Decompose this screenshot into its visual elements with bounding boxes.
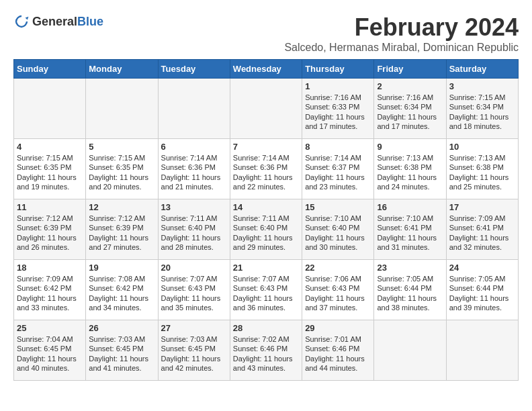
header-day: Monday: [86, 60, 158, 79]
day-number: 2: [377, 81, 443, 91]
day-info: Sunset: 6:36 PM: [161, 163, 227, 172]
day-info: Daylight: 11 hours and 27 minutes.: [89, 233, 154, 253]
header-day: Friday: [374, 60, 446, 79]
day-number: 14: [233, 202, 299, 212]
day-info: Sunrise: 7:01 AM: [305, 334, 371, 344]
day-info: Sunset: 6:45 PM: [17, 344, 83, 353]
day-info: Sunrise: 7:15 AM: [449, 93, 515, 102]
day-number: 6: [161, 142, 227, 152]
day-info: Daylight: 11 hours and 31 minutes.: [377, 233, 443, 253]
day-info: Sunset: 6:42 PM: [17, 283, 83, 293]
location-title: Salcedo, Hermanas Mirabal, Dominican Rep…: [284, 42, 519, 54]
day-info: Sunset: 6:41 PM: [377, 223, 443, 232]
day-number: 25: [17, 323, 83, 333]
day-info: Daylight: 11 hours and 22 minutes.: [233, 173, 299, 192]
day-number: 29: [305, 323, 371, 333]
day-info: Sunset: 6:44 PM: [377, 283, 443, 293]
day-number: 26: [89, 323, 154, 333]
calendar-cell: 28Sunrise: 7:02 AMSunset: 6:46 PMDayligh…: [230, 320, 302, 381]
day-info: Sunset: 6:40 PM: [305, 223, 371, 232]
calendar-cell: 22Sunrise: 7:06 AMSunset: 6:43 PMDayligh…: [302, 260, 374, 320]
calendar-cell: 5Sunrise: 7:15 AMSunset: 6:35 PMDaylight…: [86, 139, 158, 199]
day-info: Sunrise: 7:06 AM: [305, 274, 371, 283]
day-info: Sunrise: 7:13 AM: [449, 153, 515, 163]
day-info: Daylight: 11 hours and 41 minutes.: [89, 354, 154, 373]
day-info: Sunrise: 7:04 AM: [17, 334, 83, 344]
day-info: Daylight: 11 hours and 23 minutes.: [305, 173, 371, 192]
calendar-cell: 23Sunrise: 7:05 AMSunset: 6:44 PMDayligh…: [374, 260, 446, 320]
calendar-cell: 8Sunrise: 7:14 AMSunset: 6:37 PMDaylight…: [302, 139, 374, 199]
day-number: 4: [17, 142, 83, 152]
calendar-cell: 11Sunrise: 7:12 AMSunset: 6:39 PMDayligh…: [14, 199, 86, 260]
day-info: Daylight: 11 hours and 42 minutes.: [161, 354, 227, 373]
day-number: 27: [161, 323, 227, 333]
day-info: Sunrise: 7:05 AM: [377, 274, 443, 283]
day-info: Sunset: 6:43 PM: [233, 283, 299, 293]
day-info: Sunrise: 7:08 AM: [89, 274, 154, 283]
day-info: Sunset: 6:33 PM: [305, 102, 371, 111]
calendar-cell: 16Sunrise: 7:10 AMSunset: 6:41 PMDayligh…: [374, 199, 446, 260]
day-info: Daylight: 11 hours and 25 minutes.: [449, 173, 515, 192]
day-info: Daylight: 11 hours and 34 minutes.: [89, 293, 154, 313]
day-number: 8: [305, 142, 371, 152]
day-number: 20: [161, 263, 227, 273]
calendar-cell: 27Sunrise: 7:03 AMSunset: 6:45 PMDayligh…: [158, 320, 230, 381]
calendar-cell: 4Sunrise: 7:15 AMSunset: 6:35 PMDaylight…: [14, 139, 86, 199]
day-number: 11: [17, 202, 83, 212]
day-info: Sunrise: 7:12 AM: [89, 214, 154, 223]
day-info: Sunrise: 7:10 AM: [305, 214, 371, 223]
day-info: Sunset: 6:34 PM: [377, 102, 443, 111]
day-info: Sunrise: 7:14 AM: [233, 153, 299, 163]
title-area: February 2024 Salcedo, Hermanas Mirabal,…: [284, 13, 519, 54]
calendar-cell: [446, 320, 518, 381]
header-row: SundayMondayTuesdayWednesdayThursdayFrid…: [14, 60, 519, 79]
calendar-cell: 13Sunrise: 7:11 AMSunset: 6:40 PMDayligh…: [158, 199, 230, 260]
calendar-week: 11Sunrise: 7:12 AMSunset: 6:39 PMDayligh…: [14, 199, 519, 260]
day-info: Daylight: 11 hours and 30 minutes.: [305, 233, 371, 253]
day-info: Sunset: 6:43 PM: [161, 283, 227, 293]
day-number: 10: [449, 142, 515, 152]
day-info: Daylight: 11 hours and 17 minutes.: [377, 112, 443, 132]
day-info: Sunset: 6:38 PM: [449, 163, 515, 172]
day-info: Sunrise: 7:07 AM: [161, 274, 227, 283]
day-info: Daylight: 11 hours and 38 minutes.: [377, 293, 443, 313]
day-number: 9: [377, 142, 443, 152]
day-info: Daylight: 11 hours and 28 minutes.: [161, 233, 227, 253]
day-info: Daylight: 11 hours and 39 minutes.: [449, 293, 515, 313]
day-info: Sunrise: 7:09 AM: [17, 274, 83, 283]
day-info: Sunset: 6:35 PM: [89, 163, 154, 172]
day-number: 21: [233, 263, 299, 273]
day-info: Sunset: 6:37 PM: [305, 163, 371, 172]
day-info: Daylight: 11 hours and 19 minutes.: [17, 173, 83, 192]
day-number: 15: [305, 202, 371, 212]
calendar-week: 4Sunrise: 7:15 AMSunset: 6:35 PMDaylight…: [14, 139, 519, 199]
day-info: Daylight: 11 hours and 20 minutes.: [89, 173, 154, 192]
header-day: Tuesday: [158, 60, 230, 79]
day-number: 1: [305, 81, 371, 91]
day-info: Sunset: 6:46 PM: [233, 344, 299, 353]
calendar-cell: [158, 79, 230, 139]
day-info: Sunset: 6:39 PM: [17, 223, 83, 232]
day-number: 28: [233, 323, 299, 333]
day-info: Sunset: 6:40 PM: [161, 223, 227, 232]
day-info: Sunrise: 7:07 AM: [233, 274, 299, 283]
day-info: Daylight: 11 hours and 21 minutes.: [161, 173, 227, 192]
day-info: Daylight: 11 hours and 40 minutes.: [17, 354, 83, 373]
calendar-cell: [374, 320, 446, 381]
header-day: Thursday: [302, 60, 374, 79]
calendar-cell: 2Sunrise: 7:16 AMSunset: 6:34 PMDaylight…: [374, 79, 446, 139]
day-info: Sunrise: 7:03 AM: [161, 334, 227, 344]
calendar-cell: 26Sunrise: 7:03 AMSunset: 6:45 PMDayligh…: [86, 320, 158, 381]
day-number: 16: [377, 202, 443, 212]
calendar-cell: 1Sunrise: 7:16 AMSunset: 6:33 PMDaylight…: [302, 79, 374, 139]
day-info: Sunrise: 7:12 AM: [17, 214, 83, 223]
calendar-cell: 7Sunrise: 7:14 AMSunset: 6:36 PMDaylight…: [230, 139, 302, 199]
logo-icon: [13, 13, 30, 30]
day-number: 18: [17, 263, 83, 273]
day-info: Sunrise: 7:05 AM: [449, 274, 515, 283]
calendar-week: 18Sunrise: 7:09 AMSunset: 6:42 PMDayligh…: [14, 260, 519, 320]
day-info: Sunset: 6:40 PM: [233, 223, 299, 232]
day-info: Sunset: 6:43 PM: [305, 283, 371, 293]
day-info: Sunset: 6:45 PM: [161, 344, 227, 353]
day-info: Daylight: 11 hours and 33 minutes.: [17, 293, 83, 313]
